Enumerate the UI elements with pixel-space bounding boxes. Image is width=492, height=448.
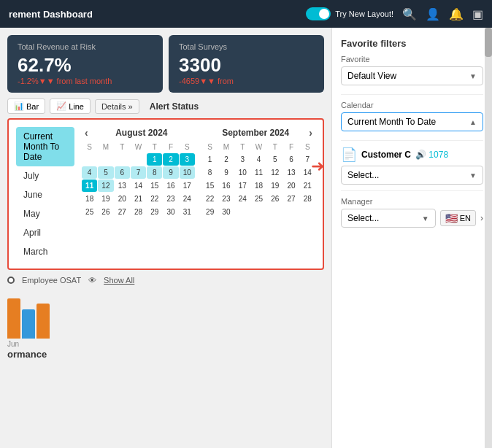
customer-select-arrow: ▼ xyxy=(469,171,477,179)
quick-select-july[interactable]: July xyxy=(16,166,74,185)
search-icon[interactable]: 🔍 xyxy=(402,7,417,21)
aug-day[interactable]: 6 xyxy=(115,166,130,179)
sep-day[interactable]: 11 xyxy=(251,166,266,179)
scroll-thumb[interactable] xyxy=(485,28,492,57)
manager-select[interactable]: Select... ▼ xyxy=(341,209,436,228)
language-badge[interactable]: 🇺🇸 EN xyxy=(440,210,476,226)
bar-button[interactable]: 📊 Bar xyxy=(7,99,45,114)
sep-day[interactable]: 18 xyxy=(251,179,266,192)
aug-day[interactable]: 26 xyxy=(98,206,113,218)
bar-icon: 📊 xyxy=(14,101,24,111)
sep-day[interactable]: 13 xyxy=(283,166,299,179)
sep-day[interactable]: 26 xyxy=(267,193,282,205)
chart-bar-orange2 xyxy=(36,304,50,339)
aug-day[interactable]: 23 xyxy=(163,193,178,205)
september-cal-grid: SMTWTFS123456789101112131415161718192021… xyxy=(202,142,315,218)
aug-day[interactable]: 25 xyxy=(82,206,97,218)
sep-day[interactable]: 21 xyxy=(300,179,315,192)
august-cal-grid: SMTWTFS123456789101112131415161718192021… xyxy=(82,142,195,218)
quick-select-june[interactable]: June xyxy=(16,185,74,204)
aug-day[interactable]: 2 xyxy=(163,153,178,166)
show-all-link[interactable]: Show All xyxy=(104,276,134,285)
favorite-label: Favorite xyxy=(341,55,483,63)
aug-day[interactable]: 5 xyxy=(98,166,113,179)
sep-day[interactable]: 22 xyxy=(202,193,218,205)
sep-day[interactable]: 20 xyxy=(283,179,299,192)
aug-day[interactable]: 3 xyxy=(180,153,195,166)
calendar-dropdown[interactable]: Current Month To Date ▲ xyxy=(341,112,483,131)
chevron-right-icon[interactable]: › xyxy=(480,213,483,223)
quick-select-may[interactable]: May xyxy=(16,204,74,223)
august-prev-nav[interactable]: ‹ xyxy=(82,127,91,139)
toggle-wrap: Try New Layout! xyxy=(306,7,393,20)
sep-day[interactable]: 17 xyxy=(235,179,250,192)
main-content: Total Revenue at Risk 62.7% -1.2%▼▼ from… xyxy=(0,28,492,448)
aug-day[interactable]: 9 xyxy=(163,166,178,179)
line-button[interactable]: 📈 Line xyxy=(50,99,91,114)
chart-bar-orange xyxy=(7,298,20,339)
revenue-change-val: -1.2% xyxy=(18,77,39,85)
sep-day[interactable]: 27 xyxy=(283,193,299,205)
details-button[interactable]: Details » xyxy=(95,99,139,114)
september-next-nav[interactable]: › xyxy=(306,127,315,139)
aug-day[interactable]: 18 xyxy=(82,193,97,205)
sep-day[interactable]: 4 xyxy=(251,153,266,166)
aug-day[interactable]: 7 xyxy=(131,166,146,179)
aug-day[interactable]: 31 xyxy=(180,206,195,218)
aug-day[interactable]: 15 xyxy=(147,179,162,192)
aug-day[interactable]: 22 xyxy=(147,193,162,205)
chart-month-label: Jun xyxy=(7,340,324,348)
aug-day[interactable]: 14 xyxy=(131,179,146,192)
scrollbar[interactable] xyxy=(485,28,492,448)
layout-icon[interactable]: ▣ xyxy=(472,7,483,21)
quick-select-current-month[interactable]: Current Month To Date xyxy=(16,127,74,166)
aug-day-header: S xyxy=(82,142,97,152)
aug-day[interactable]: 17 xyxy=(180,179,195,192)
quick-select-march[interactable]: March xyxy=(16,242,74,261)
aug-day[interactable]: 10 xyxy=(180,166,195,179)
user-icon[interactable]: 👤 xyxy=(426,7,440,21)
sep-day[interactable]: 12 xyxy=(267,166,282,179)
sep-day[interactable]: 3 xyxy=(235,153,250,166)
sep-day[interactable]: 28 xyxy=(300,193,315,205)
sep-day[interactable]: 15 xyxy=(202,179,218,192)
aug-day[interactable]: 4 xyxy=(82,166,97,179)
aug-day[interactable]: 30 xyxy=(163,206,178,218)
sep-day[interactable]: 19 xyxy=(267,179,282,192)
sep-day[interactable]: 8 xyxy=(202,166,218,179)
sep-day[interactable]: 10 xyxy=(235,166,250,179)
aug-day[interactable]: 24 xyxy=(180,193,195,205)
line-label: Line xyxy=(69,102,84,111)
try-new-layout-toggle[interactable] xyxy=(306,7,331,20)
aug-day[interactable]: 11 xyxy=(82,179,97,192)
aug-day[interactable]: 8 xyxy=(147,166,162,179)
sep-day[interactable]: 2 xyxy=(218,153,234,166)
toggle-label: Try New Layout! xyxy=(335,9,393,18)
aug-day[interactable]: 21 xyxy=(131,193,146,205)
revenue-change: -1.2%▼▼ from last month xyxy=(18,77,153,85)
aug-day[interactable]: 12 xyxy=(98,179,113,192)
bell-icon[interactable]: 🔔 xyxy=(449,7,464,21)
aug-day[interactable]: 1 xyxy=(147,153,162,166)
customer-select[interactable]: Select... ▼ xyxy=(341,166,483,185)
aug-day[interactable]: 27 xyxy=(115,206,130,218)
september-cal-header: ‹ September 2024 › xyxy=(202,127,315,139)
aug-day[interactable]: 19 xyxy=(98,193,113,205)
aug-day[interactable]: 20 xyxy=(115,193,130,205)
aug-day[interactable]: 16 xyxy=(163,179,178,192)
quick-select-april[interactable]: April xyxy=(16,223,74,242)
sep-day[interactable]: 5 xyxy=(267,153,282,166)
sep-day[interactable]: 16 xyxy=(218,179,234,192)
sep-day[interactable]: 6 xyxy=(283,153,299,166)
sep-day[interactable]: 9 xyxy=(218,166,234,179)
sep-day[interactable]: 25 xyxy=(251,193,266,205)
aug-day[interactable]: 29 xyxy=(147,206,162,218)
aug-day[interactable]: 13 xyxy=(115,179,130,192)
sep-day[interactable]: 1 xyxy=(202,153,218,166)
sep-day[interactable]: 29 xyxy=(202,206,218,218)
aug-day[interactable]: 28 xyxy=(131,206,146,218)
sep-day[interactable]: 23 xyxy=(218,193,234,205)
sep-day[interactable]: 30 xyxy=(218,206,234,218)
sep-day[interactable]: 24 xyxy=(235,193,250,205)
favorite-dropdown[interactable]: Default View ▼ xyxy=(341,66,483,85)
